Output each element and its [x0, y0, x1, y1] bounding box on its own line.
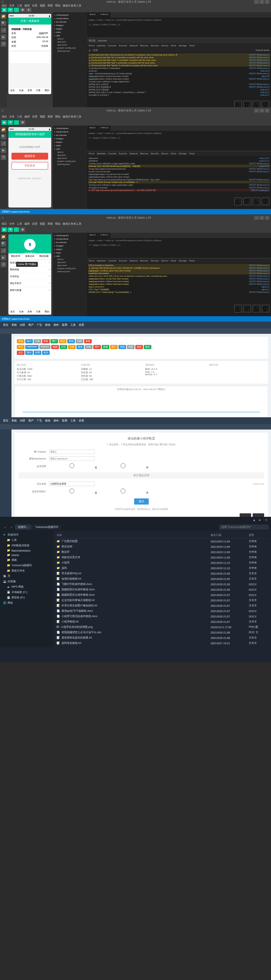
filter-input[interactable]: 过滤 [93, 49, 97, 52]
devtools-tab[interactable]: Wxml [89, 260, 94, 262]
devtools-tab[interactable]: Memory [140, 152, 148, 155]
code-editor[interactable]: // pages/index/index.js [87, 136, 271, 151]
filter-tag[interactable]: 设置 [84, 339, 92, 343]
tree-item[interactable]: pages [54, 27, 86, 30]
tab-current[interactable]: Tudoucms跑腿同学 [32, 524, 61, 530]
menu-item[interactable]: 编译 [24, 222, 30, 226]
col-name[interactable]: 名称 [57, 533, 211, 537]
console-label[interactable]: 调试器 [89, 39, 96, 42]
tree-root[interactable]: miniprogram [54, 13, 86, 16]
menu-item[interactable]: 视图 [40, 115, 45, 119]
tree-node[interactable]: 💾新加卷 (D:) [2, 595, 52, 600]
preview-thumb[interactable]: ▽ [262, 305, 269, 312]
tree-item[interactable]: components [54, 130, 86, 133]
topnav-item[interactable]: 设置 [79, 323, 84, 327]
forward-button[interactable]: › [9, 525, 15, 530]
back-button[interactable]: ‹ [2, 525, 8, 530]
debug-button[interactable]: ⚙ [20, 120, 25, 125]
activity-icon[interactable]: 🔍 [1, 241, 6, 247]
editor-tab[interactable]: app.js [87, 233, 98, 238]
preview-thumb[interactable]: ▽ [243, 305, 251, 312]
devtools-tab[interactable]: Security [151, 260, 159, 262]
filter-tag[interactable]: 商品 [59, 339, 67, 343]
nav-item[interactable]: 发布 [26, 309, 34, 315]
topnav-item[interactable]: 应用 [62, 323, 67, 327]
devtools-tab[interactable]: Network [129, 260, 138, 262]
nav-item[interactable]: 我的 [43, 309, 51, 315]
tree-item[interactable]: sitemap.json [54, 163, 86, 166]
radio-option[interactable]: 否 [100, 463, 148, 469]
menu-item[interactable]: 我的钱包› [8, 266, 51, 273]
file-row[interactable]: 📝小程序教程.txt2021/9/28 21:07文本文 [55, 619, 269, 624]
devtools-tab[interactable]: Sources [118, 152, 127, 155]
devtools-tab[interactable]: Trace [189, 44, 195, 47]
devtools-tab[interactable]: Sensor [161, 44, 169, 47]
tree-item[interactable]: style [54, 251, 86, 254]
filter-tag[interactable]: registered [25, 345, 39, 349]
menu-item[interactable]: 帮助 [55, 222, 60, 226]
preview-thumb[interactable]: ▽ [243, 198, 251, 205]
file-row[interactable]: 📝短信对接教程.txt2021/9/28 21:05文本文 [55, 576, 269, 581]
clear-button[interactable]: ✕ [26, 8, 31, 12]
menu-item[interactable]: 项目 [2, 222, 7, 226]
topnav-item[interactable]: 广告 [37, 419, 42, 423]
menu-item[interactable]: 微信开发者工具 [63, 4, 81, 8]
tree-item[interactable]: utils [54, 254, 86, 258]
period-tag[interactable]: 累计 [25, 351, 33, 355]
tree-node[interactable]: 📁BaiduNetdiskDo [2, 548, 52, 553]
tree-node[interactable]: 📚库 [2, 573, 52, 579]
breadcrumb[interactable]: pages > index > index.js > systemManagem… [87, 18, 271, 22]
topnav-item[interactable]: 插件 [54, 323, 59, 327]
editor-tab[interactable]: index.js [98, 12, 110, 18]
activity-icon[interactable]: 🔍 [1, 21, 6, 26]
devtools-tab[interactable]: Console [108, 260, 116, 262]
circle-icon[interactable]: ● [259, 518, 263, 522]
tree-item[interactable]: app.wxss [54, 264, 86, 267]
upload-button[interactable]: ↑ [14, 120, 19, 125]
maximize-button[interactable]: □ [260, 109, 264, 113]
tree-item[interactable]: utils [54, 147, 86, 150]
topnav-item[interactable]: 广告 [37, 323, 42, 327]
filter-tag[interactable]: 校园 [51, 345, 59, 349]
col-type[interactable]: 类型 [249, 533, 268, 537]
tree-item[interactable]: ec-canvas [54, 20, 86, 23]
console-output[interactable]: appLaunchmd.js1.2.0:1globalDatamd.js1.2.… [87, 156, 271, 194]
devtools-tab[interactable]: Security [151, 44, 159, 47]
devtools-tab[interactable]: Storage [179, 260, 187, 262]
file-row[interactable]: 📁数据库2021/9/29 11:09文件夹 [55, 549, 269, 555]
task-card[interactable] [10, 52, 50, 63]
close-icon[interactable]: ✕ [265, 518, 269, 522]
profile-tab[interactable]: 我的发布 [8, 253, 23, 259]
filter-tag[interactable]: 用户 [50, 339, 58, 343]
activity-icon[interactable]: 📁 [1, 127, 6, 132]
activity-icon[interactable]: ▶ [1, 34, 6, 40]
activity-icon[interactable]: ⎇ [1, 141, 6, 146]
nav-item[interactable]: 任务 [17, 309, 25, 315]
avatar-icon[interactable]: 👤 [24, 239, 36, 250]
tree-item[interactable]: images [54, 23, 86, 27]
filter-tag[interactable]: 打印 [60, 345, 67, 349]
tab-breadcrumb[interactable]: 跑腿同... [15, 524, 31, 530]
maximize-button[interactable]: □ [260, 216, 264, 220]
activity-icon[interactable]: ⚙ [1, 262, 6, 267]
filter-tag[interactable]: express [39, 345, 50, 349]
debug-button[interactable]: ⚙ [20, 8, 25, 12]
topnav-item[interactable]: 模块 [45, 419, 50, 423]
menu-item[interactable]: 界面 [47, 222, 53, 226]
minimize-button[interactable]: − [254, 216, 259, 220]
file-row[interactable]: 📁广告图导航图2021/9/29 11:09文件夹 [55, 539, 269, 544]
phone-simulator[interactable]: ●●● 11:02 ▮ 校园跑腿授权登录小程序 欢迎使用跑腿小程序 微信登录 手… [8, 127, 51, 207]
menu-item[interactable]: 界面 [47, 115, 53, 119]
devtools-tab[interactable]: Mock [171, 260, 176, 262]
file-row[interactable]: 📁类目说明2021/9/29 11:09文件夹 [55, 544, 269, 549]
filter-tag[interactable]: 更多 [144, 345, 151, 349]
tree-item[interactable]: project.config.json [54, 160, 86, 163]
devtools-tab[interactable]: Security [151, 152, 159, 155]
file-row[interactable]: 📄跑腿校园后台操作教程.docx2021/9/28 21:07DOCX [55, 592, 269, 598]
phone-simulator[interactable]: 👤 跑腿用户 我的发布接单记录我的收藏 Online 用户待确认 实名认证›我的… [8, 234, 51, 315]
nav-item[interactable]: 订单 [34, 88, 42, 93]
menu-item[interactable]: 项目 [2, 115, 7, 119]
devtools-tab[interactable]: Sources [118, 260, 127, 262]
tree-item[interactable]: app.js [54, 258, 86, 261]
devtools-tab[interactable]: Trace [189, 152, 195, 155]
